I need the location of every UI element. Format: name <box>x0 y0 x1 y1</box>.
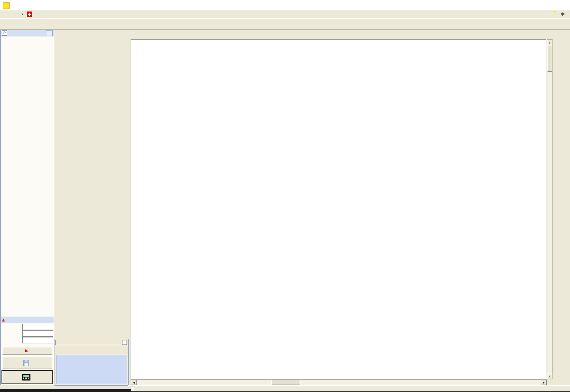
title-bar <box>0 0 570 11</box>
minimize-button[interactable] <box>521 1 532 9</box>
results-checkbox[interactable] <box>122 340 127 345</box>
status-bar <box>128 385 570 392</box>
cursor-coordinates <box>131 386 134 392</box>
vertical-scrollbar[interactable]: ▲ ▼ <box>547 39 553 379</box>
vertical-scroll-thumb[interactable] <box>547 46 552 72</box>
brand-tool-icon: ✱ <box>561 12 565 17</box>
floppy-icon <box>23 360 29 366</box>
close-button[interactable] <box>555 1 566 9</box>
menu-bar: ▾ ✱ <box>0 10 570 19</box>
position-field[interactable] <box>22 324 53 330</box>
maximize-button[interactable] <box>538 1 549 9</box>
bottom-strip <box>0 389 131 392</box>
project-icon: P <box>2 30 7 36</box>
calculator-icon <box>22 374 30 380</box>
drawing-canvas[interactable] <box>131 39 546 379</box>
horizontal-scroll-thumb[interactable] <box>271 380 300 385</box>
position-icon: ♟ <box>2 318 5 322</box>
delete-position-button[interactable]: ✖ <box>2 347 52 355</box>
swiss-flag-icon <box>27 12 32 17</box>
project-panel-header: P <box>1 30 54 36</box>
parameter-form <box>55 30 128 127</box>
app-icon <box>3 2 10 9</box>
scroll-up-icon[interactable]: ▲ <box>547 40 552 45</box>
kundenpos-field[interactable] <box>22 330 53 337</box>
code-region-selector[interactable]: ▾ <box>22 12 32 17</box>
chevron-down-icon: ▾ <box>22 13 23 16</box>
calculate-button[interactable] <box>2 370 53 384</box>
scroll-left-icon[interactable]: ◀ <box>131 380 137 385</box>
project-panel: P <box>0 30 54 317</box>
anz-stuetzen-field[interactable] <box>22 337 53 343</box>
scroll-down-icon[interactable]: ▼ <box>547 373 552 379</box>
scroll-right-icon[interactable]: ▶ <box>541 380 547 385</box>
results-panel <box>55 339 129 386</box>
result-box <box>56 355 127 384</box>
view-toolbar <box>553 39 570 385</box>
save-position-button[interactable] <box>2 356 52 369</box>
horizontal-scrollbar[interactable]: ◀ ▶ <box>131 379 547 385</box>
position-panel: ♟ ✖ <box>0 317 54 385</box>
ancotech-logo <box>553 11 556 12</box>
main-toolbar <box>0 18 570 30</box>
position-panel-header: ♟ <box>1 317 54 323</box>
red-x-icon: ✖ <box>24 349 28 353</box>
project-tree <box>1 36 54 39</box>
collapse-panel-button[interactable] <box>46 30 53 36</box>
